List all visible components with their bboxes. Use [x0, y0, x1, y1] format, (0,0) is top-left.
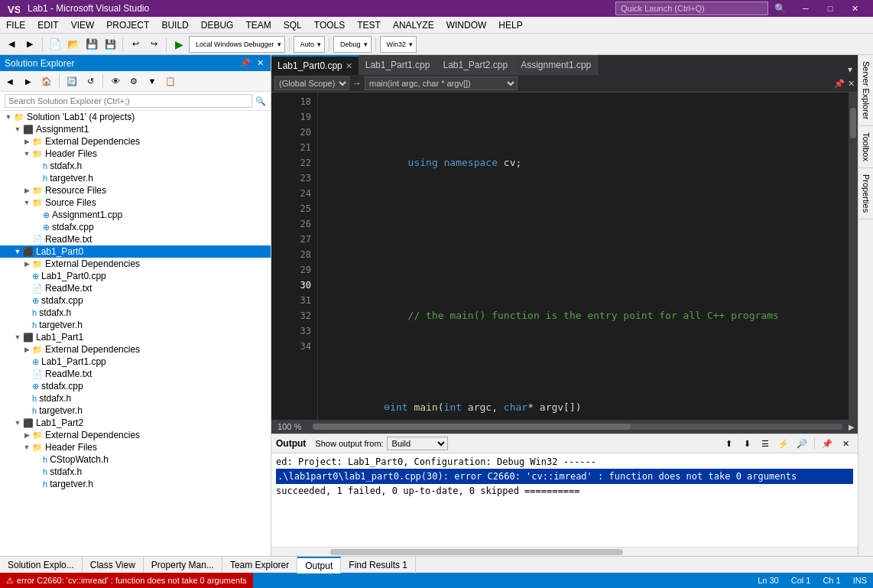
- menu-tools[interactable]: TOOLS: [308, 17, 351, 34]
- bottom-tab-classview[interactable]: Class View: [83, 557, 144, 573]
- close-button[interactable]: ✕: [842, 0, 867, 17]
- se-filter-btn[interactable]: ⚙: [125, 73, 142, 89]
- tree-stdafx-cpp-1[interactable]: ⊕ stdafx.cpp: [0, 221, 271, 233]
- open-button[interactable]: 📂: [65, 36, 82, 53]
- tree-targetver-h-1[interactable]: h targetver.h: [0, 172, 271, 184]
- undo-button[interactable]: ↩: [127, 36, 144, 53]
- code-editor[interactable]: 1819202122 2324252627 2829 30 31323334 u…: [271, 93, 858, 420]
- debug-mode-dropdown[interactable]: Local Windows Debugger ▾: [189, 36, 285, 53]
- close-icon[interactable]: ✕: [255, 57, 266, 69]
- scroll-right-icon[interactable]: ▶: [845, 421, 858, 433]
- zoom-level[interactable]: 100 %: [271, 422, 310, 431]
- se-search-input[interactable]: [5, 94, 252, 108]
- menu-analyze[interactable]: ANALYZE: [387, 17, 440, 34]
- save-button[interactable]: 💾: [83, 36, 100, 53]
- server-explorer-tab[interactable]: Server Explorer: [858, 55, 873, 126]
- tree-lab1part1-cpp[interactable]: ⊕ Lab1_Part1.cpp: [0, 356, 271, 368]
- save-all-button[interactable]: 💾: [102, 36, 118, 53]
- tab-overflow-button[interactable]: ▾: [842, 64, 858, 75]
- tree-assignment1-cpp[interactable]: ⊕ Assignment1.cpp: [0, 209, 271, 221]
- bottom-tab-output[interactable]: Output: [297, 557, 341, 573]
- back-button[interactable]: ◀: [3, 36, 20, 53]
- status-mode[interactable]: INS: [847, 573, 873, 588]
- tree-lab1part0[interactable]: ▼ ⬛ Lab1_Part0: [0, 245, 271, 258]
- menu-build[interactable]: BUILD: [155, 17, 194, 34]
- tree-targetver-h-4[interactable]: h targetver.h: [0, 478, 271, 490]
- platform-dropdown[interactable]: Win32 ▾: [380, 36, 417, 53]
- output-content[interactable]: ed: Project: Lab1_Part0, Configuration: …: [271, 453, 858, 547]
- menu-window[interactable]: WINDOW: [440, 17, 493, 34]
- tree-ext-dep-1[interactable]: ▶ 📁 External Dependencies: [0, 135, 271, 148]
- solution-config-dropdown[interactable]: Auto ▾: [294, 36, 326, 53]
- restore-button[interactable]: □: [818, 0, 842, 17]
- tree-lab1part1[interactable]: ▼ ⬛ Lab1_Part1: [0, 331, 271, 343]
- menu-sql[interactable]: SQL: [277, 17, 308, 34]
- tree-cstopwatch-h[interactable]: h CStopWatch.h: [0, 453, 271, 466]
- menu-project[interactable]: PROJECT: [100, 17, 155, 34]
- output-btn-1[interactable]: ⬆: [721, 436, 736, 451]
- minimize-button[interactable]: ─: [793, 0, 818, 17]
- output-btn-2[interactable]: ⬇: [739, 436, 755, 451]
- tree-stdafx-h-3[interactable]: h stdafx.h: [0, 392, 271, 404]
- output-btn-5[interactable]: 🔎: [794, 436, 810, 451]
- scope-selector[interactable]: (Global Scope): [274, 76, 349, 90]
- editor-close-icon[interactable]: ✕: [848, 79, 855, 89]
- status-ln[interactable]: Ln 30: [751, 573, 785, 588]
- tree-ext-dep-2[interactable]: ▶ 📁 External Dependencies: [0, 258, 271, 270]
- tree-readme-1[interactable]: 📄 ReadMe.txt: [0, 233, 271, 245]
- code-scrollbar-v[interactable]: [849, 93, 858, 420]
- menu-team[interactable]: TEAM: [239, 17, 277, 34]
- tree-stdafx-cpp-3[interactable]: ⊕ stdafx.cpp: [0, 380, 271, 392]
- h-scrollbar[interactable]: [313, 424, 842, 430]
- quick-launch-input[interactable]: [615, 2, 768, 15]
- tree-assignment1[interactable]: ▼ ⬛ Assignment1: [0, 123, 271, 135]
- tree-targetver-h-3[interactable]: h targetver.h: [0, 404, 271, 417]
- forward-button[interactable]: ▶: [21, 36, 38, 53]
- tree-readme-2[interactable]: 📄 ReadMe.txt: [0, 282, 271, 294]
- tree-lab1part2[interactable]: ▼ ⬛ Lab1_Part2: [0, 417, 271, 429]
- tree-stdafx-h-1[interactable]: h stdafx.h: [0, 160, 271, 172]
- status-ch[interactable]: Ch 1: [816, 573, 846, 588]
- tab-assignment1-cpp[interactable]: Assignment1.cpp: [514, 55, 598, 75]
- menu-view[interactable]: VIEW: [65, 17, 101, 34]
- code-content[interactable]: using namespace cv; // the main() functi…: [318, 93, 849, 420]
- bottom-tab-solution[interactable]: Solution Explo...: [0, 557, 83, 573]
- se-collapse-btn[interactable]: ▼: [144, 73, 161, 89]
- tree-readme-3[interactable]: 📄 ReadMe.txt: [0, 368, 271, 380]
- tree-stdafx-h-4[interactable]: h stdafx.h: [0, 466, 271, 478]
- status-error-icon[interactable]: ⚠ error C2660: 'cv::imread' : function d…: [0, 573, 253, 588]
- se-refresh-btn[interactable]: ↺: [82, 73, 99, 89]
- output-h-scrollbar[interactable]: [271, 547, 858, 556]
- pin-icon[interactable]: 📌: [238, 57, 253, 69]
- tree-solution[interactable]: ▼ 📁 Solution 'Lab1' (4 projects): [0, 111, 271, 123]
- tree-source-files-1[interactable]: ▼ 📁 Source Files: [0, 197, 271, 209]
- tab-lab1part0-cpp[interactable]: Lab1_Part0.cpp ✕: [271, 55, 359, 75]
- menu-test[interactable]: TEST: [351, 17, 387, 34]
- menu-file[interactable]: FILE: [0, 17, 31, 34]
- tree-ext-dep-4[interactable]: ▶ 📁 External Dependencies: [0, 429, 271, 441]
- status-col[interactable]: Col 1: [785, 573, 817, 588]
- tree-header-files-1[interactable]: ▼ 📁 Header Files: [0, 148, 271, 160]
- tree-header-files-4[interactable]: ▼ 📁 Header Files: [0, 441, 271, 453]
- se-sync-btn[interactable]: 🔄: [63, 73, 80, 89]
- redo-button[interactable]: ↪: [145, 36, 162, 53]
- se-forward-btn[interactable]: ▶: [20, 73, 37, 89]
- tree-stdafx-h-2[interactable]: h stdafx.h: [0, 307, 271, 319]
- se-search-icon[interactable]: 🔍: [255, 96, 266, 106]
- tree-stdafx-cpp-2[interactable]: ⊕ stdafx.cpp: [0, 294, 271, 307]
- se-back-btn[interactable]: ◀: [2, 73, 18, 89]
- tab-lab1part2-cpp[interactable]: Lab1_Part2.cpp: [436, 55, 514, 75]
- bottom-tab-property[interactable]: Property Man...: [144, 557, 222, 573]
- output-source-select[interactable]: Build: [387, 437, 448, 450]
- tree-resource-files-1[interactable]: ▶ 📁 Resource Files: [0, 184, 271, 197]
- output-close-icon[interactable]: ✕: [838, 436, 853, 451]
- tab-lab1part1-cpp[interactable]: Lab1_Part1.cpp: [359, 55, 437, 75]
- tree-targetver-h-2[interactable]: h targetver.h: [0, 319, 271, 331]
- menu-debug[interactable]: DEBUG: [195, 17, 240, 34]
- new-project-button[interactable]: 📄: [47, 36, 63, 53]
- se-props-btn[interactable]: 📋: [162, 73, 179, 89]
- se-home-btn[interactable]: 🏠: [38, 73, 55, 89]
- tree-lab1part0-cpp[interactable]: ⊕ Lab1_Part0.cpp: [0, 270, 271, 282]
- properties-tab[interactable]: Properties: [858, 168, 873, 219]
- menu-edit[interactable]: EDIT: [31, 17, 64, 34]
